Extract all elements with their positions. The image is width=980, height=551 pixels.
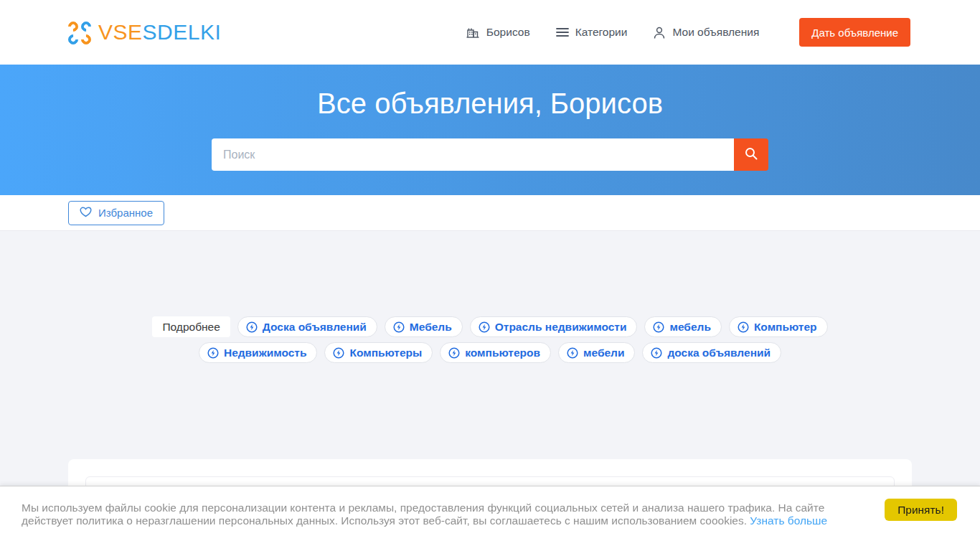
tag-chip[interactable]: Компьютер: [729, 316, 828, 337]
bolt-circle-icon: [393, 321, 405, 333]
tag-chip-label: мебели: [583, 347, 624, 359]
crescent-orange-icon: [66, 19, 80, 34]
tag-chip[interactable]: мебель: [644, 316, 721, 337]
cookie-banner: Мы используем файлы cookie для персонали…: [0, 486, 980, 551]
tag-chip[interactable]: компьютеров: [440, 342, 551, 363]
nav-item-my-ads[interactable]: Мои объявления: [653, 26, 759, 39]
bolt-circle-icon: [651, 347, 662, 359]
crescent-blue-icon: [79, 19, 93, 34]
search-input[interactable]: [212, 138, 734, 171]
tag-more-button[interactable]: Подробнее: [152, 316, 230, 337]
nav-item-city[interactable]: Борисов: [466, 25, 530, 39]
bolt-circle-icon: [448, 347, 460, 359]
bolt-circle-icon: [246, 321, 258, 333]
bolt-circle-icon: [738, 321, 749, 333]
hero-banner: Все объявления, Борисов: [0, 65, 980, 195]
tag-chip[interactable]: Мебель: [385, 316, 463, 337]
search-bar: [212, 138, 768, 171]
bolt-circle-icon: [333, 347, 344, 359]
cookie-text: Мы используем файлы cookie для персонали…: [22, 501, 837, 527]
nav-item-label: Борисов: [486, 26, 530, 39]
city-icon: [466, 25, 480, 39]
header-nav: Борисов Категории Мои объявления Дать об: [466, 18, 910, 47]
search-button[interactable]: [734, 138, 768, 171]
crescent-orange-icon: [79, 32, 93, 47]
menu-icon: [556, 27, 569, 37]
tag-chip[interactable]: доска объявлений: [642, 342, 781, 363]
user-icon: [653, 26, 666, 39]
post-ad-button[interactable]: Дать объявление: [799, 18, 910, 47]
tag-chip[interactable]: Недвижимость: [199, 342, 318, 363]
bolt-circle-icon: [653, 321, 664, 333]
bolt-circle-icon: [479, 321, 490, 333]
tag-list: Подробнее Доска объявлений Мебель: [106, 316, 874, 363]
tag-chip[interactable]: Компьютеры: [324, 342, 433, 363]
favorites-button[interactable]: Избранное: [68, 201, 164, 225]
tag-chip-label: Мебель: [410, 321, 452, 334]
favorites-label: Избранное: [98, 207, 153, 219]
cookie-accept-button[interactable]: Принять!: [885, 499, 957, 521]
tag-chip-label: компьютеров: [465, 347, 540, 359]
tag-chip-label: Недвижимость: [224, 347, 307, 359]
nav-item-categories[interactable]: Категории: [556, 26, 628, 39]
cookie-message: Мы используем файлы cookie для персонали…: [22, 501, 824, 527]
cookie-learn-more-link[interactable]: Узнать больше: [750, 514, 827, 527]
tag-chip-label: Доска объявлений: [263, 321, 367, 334]
tag-chip-label: Компьютеры: [349, 347, 422, 359]
page-title: Все объявления, Борисов: [0, 65, 980, 121]
tag-chip[interactable]: Отрасль недвижимости: [470, 316, 638, 337]
nav-item-label: Мои объявления: [672, 26, 759, 39]
site-logo[interactable]: VSESDELKI: [68, 20, 221, 44]
favorites-strip: Избранное: [0, 195, 980, 231]
tag-chip-label: мебель: [669, 321, 710, 334]
nav-item-label: Категории: [575, 26, 628, 39]
heart-icon: [80, 207, 92, 220]
tag-chip-label: Компьютер: [754, 321, 817, 334]
tag-chip[interactable]: Доска объявлений: [237, 316, 377, 337]
search-icon: [744, 146, 758, 163]
logo-crescents-icon: [68, 22, 91, 44]
tag-chip-label: доска объявлений: [667, 347, 771, 359]
logo-text: VSESDELKI: [98, 22, 221, 43]
crescent-blue-icon: [66, 32, 80, 47]
tag-chip-label: Отрасль недвижимости: [495, 321, 627, 334]
tag-chip[interactable]: мебели: [558, 342, 635, 363]
bolt-circle-icon: [207, 347, 219, 359]
header: VSESDELKI Борисов: [0, 0, 980, 65]
bolt-circle-icon: [567, 347, 578, 359]
